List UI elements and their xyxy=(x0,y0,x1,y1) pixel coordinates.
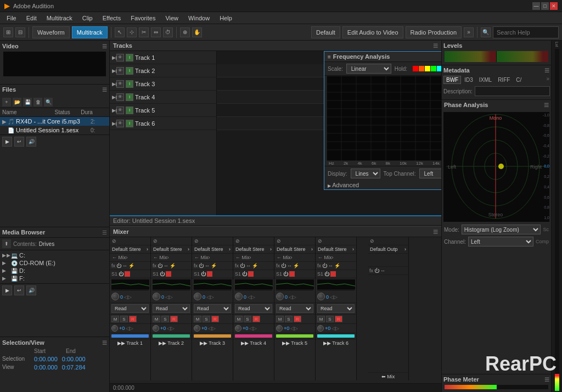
fx-power-icon[interactable]: ⏻ xyxy=(240,263,245,268)
minimize-button[interactable]: — xyxy=(532,2,540,10)
track-eye-icon[interactable]: 👁 xyxy=(116,80,124,88)
ch-route-master[interactable]: Default Outp› xyxy=(368,245,408,254)
send-power-icon[interactable]: ⏻ xyxy=(119,271,123,277)
pan-icon[interactable]: ✋ xyxy=(192,27,202,37)
ch-route2-3[interactable]: ← Mix› xyxy=(192,254,233,262)
files-menu-icon[interactable]: ☰ xyxy=(102,87,107,93)
edit-audio-button[interactable]: Edit Audio to Video xyxy=(342,26,403,38)
track-row[interactable]: ▶▶ 👁 I Track 6 xyxy=(110,117,216,130)
files-open-icon[interactable]: 📂 xyxy=(13,98,21,107)
media-play-button[interactable]: ▶ xyxy=(2,285,12,295)
fx-lightning-icon[interactable]: ⚡ xyxy=(128,263,134,268)
razor-icon[interactable]: ✂ xyxy=(139,27,149,37)
track-input-icon[interactable]: I xyxy=(126,107,133,114)
solo-button-5[interactable]: S xyxy=(285,316,293,322)
arm-button-6[interactable]: R xyxy=(335,316,342,322)
close-button[interactable]: ✕ xyxy=(550,2,558,10)
knob-icon[interactable] xyxy=(235,293,243,301)
fx-add-icon[interactable]: ↔ xyxy=(246,263,251,268)
fx-power-icon[interactable]: ⏻ xyxy=(281,263,286,268)
files-save-icon[interactable]: 💾 xyxy=(23,98,32,107)
volume-button[interactable]: 🔊 xyxy=(26,137,36,147)
arm-button-1[interactable]: R xyxy=(129,316,137,322)
ch-route-2[interactable]: Default Stere› xyxy=(151,245,192,254)
maximize-button[interactable]: □ xyxy=(541,2,549,10)
fader-handle[interactable]: ◁▷ xyxy=(206,294,214,300)
mode-select-6[interactable]: Read xyxy=(317,304,355,313)
send-power-icon[interactable]: ⏻ xyxy=(242,271,247,277)
top-channel-select[interactable]: Left Right xyxy=(419,169,441,178)
mode-select-3[interactable]: Read xyxy=(194,304,231,313)
mode-select-1[interactable]: Read xyxy=(111,304,149,313)
fx-lightning-icon[interactable]: ⚡ xyxy=(293,263,299,268)
phase-mode-select[interactable]: Histogram (Log Zoom) Lissajous xyxy=(462,225,541,234)
files-delete-icon[interactable]: 🗑 xyxy=(33,98,42,107)
arm-button-2[interactable]: R xyxy=(170,316,178,322)
mute-button-3[interactable]: M xyxy=(194,316,201,322)
fx-power-icon[interactable]: ⏻ xyxy=(158,263,162,268)
track-row[interactable]: ▶▶ 👁 I Track 1 xyxy=(110,51,216,64)
files-new-icon[interactable]: + xyxy=(2,98,11,107)
more-button[interactable]: » xyxy=(464,27,474,37)
fx-lightning-icon[interactable]: ⚡ xyxy=(334,263,340,268)
arm-button-5[interactable]: R xyxy=(294,316,301,322)
toolbar-icon-1[interactable]: ⊞ xyxy=(3,27,13,37)
tree-item[interactable]: ▶ 💾 D: xyxy=(2,267,107,275)
menu-favorites[interactable]: Favorites xyxy=(126,14,160,23)
send-power-icon[interactable]: ⏻ xyxy=(324,271,329,277)
mute-button-1[interactable]: M xyxy=(111,316,119,322)
list-item[interactable]: ▶ 🎵 RX4D - ...it Core i5.mp3 2: xyxy=(0,117,109,126)
meta-more-icon[interactable]: » xyxy=(546,76,549,84)
fx-add-icon[interactable]: ↔ xyxy=(205,263,210,268)
tracks-menu-icon[interactable]: ☰ xyxy=(433,43,438,49)
description-input[interactable] xyxy=(475,86,550,96)
media-volume-button[interactable]: 🔊 xyxy=(26,285,36,295)
select-icon[interactable]: ⊹ xyxy=(127,27,137,37)
ch-route2-6[interactable]: ← Mix› xyxy=(316,254,356,262)
time-icon[interactable]: ⏱ xyxy=(163,27,173,37)
menu-edit[interactable]: Edit xyxy=(22,14,41,23)
toolbar-icon-2[interactable]: ⊟ xyxy=(15,27,25,37)
arm-button-3[interactable]: R xyxy=(211,316,219,322)
waveform-button[interactable]: Waveform xyxy=(32,26,70,38)
mixer-menu-icon[interactable]: ☰ xyxy=(433,229,438,235)
track-row[interactable]: ▶▶ 👁 I Track 2 xyxy=(110,64,216,77)
video-menu-icon[interactable]: ☰ xyxy=(102,43,107,49)
default-button[interactable]: Default xyxy=(311,26,340,38)
fx-power-icon[interactable]: ⏻ xyxy=(374,268,379,273)
ch-route2-2[interactable]: ← Mix› xyxy=(151,254,192,262)
fader-handle[interactable]: ◁▷ xyxy=(289,294,296,300)
fx-power-icon[interactable]: ⏻ xyxy=(199,263,204,268)
mode-select-2[interactable]: Read xyxy=(153,304,190,313)
tab-c[interactable]: C/ xyxy=(513,76,524,84)
files-search-icon[interactable]: 🔍 xyxy=(44,98,53,107)
fx-add-icon[interactable]: ↔ xyxy=(164,263,168,268)
send-power-icon[interactable]: ⏻ xyxy=(160,271,165,277)
menu-multitrack[interactable]: Multitrack xyxy=(42,14,77,23)
arm-button-4[interactable]: R xyxy=(252,316,260,322)
ch-route-4[interactable]: Default Stere› xyxy=(233,245,274,254)
send-power-icon[interactable]: ⏻ xyxy=(283,271,288,277)
play-button[interactable]: ▶ xyxy=(2,137,12,147)
fader-handle[interactable]: ◁▷ xyxy=(124,294,132,300)
mode-select-5[interactable]: Read xyxy=(276,304,313,313)
knob-icon[interactable] xyxy=(317,293,325,301)
fader-handle[interactable]: ◁▷ xyxy=(165,294,173,300)
ch-route-6[interactable]: Default Stere› xyxy=(316,245,356,254)
tab-id3[interactable]: ID3 xyxy=(462,76,476,84)
track-input-icon[interactable]: I xyxy=(126,67,133,75)
fx-add-icon[interactable]: ↔ xyxy=(287,263,292,268)
mode-select-4[interactable]: Read xyxy=(235,304,272,313)
media-menu-icon[interactable]: ☰ xyxy=(102,229,107,236)
display-select[interactable]: Lines Area xyxy=(351,169,380,178)
fader-handle[interactable]: ◁▷ xyxy=(330,294,338,300)
ch-route-1[interactable]: Default Stere› xyxy=(110,245,150,254)
mute-button-4[interactable]: M xyxy=(235,316,243,322)
phase-meter-menu-icon[interactable]: ☰ xyxy=(544,377,549,383)
fader-handle[interactable]: ◁▷ xyxy=(248,294,255,300)
radio-button[interactable]: Radio Production xyxy=(406,26,462,38)
ch-route-5[interactable]: Default Stere› xyxy=(274,245,315,254)
media-up-icon[interactable]: ⬆ xyxy=(2,239,11,248)
tab-riff[interactable]: RIFF xyxy=(495,76,513,84)
fx-lightning-icon[interactable]: ⚡ xyxy=(252,263,258,268)
